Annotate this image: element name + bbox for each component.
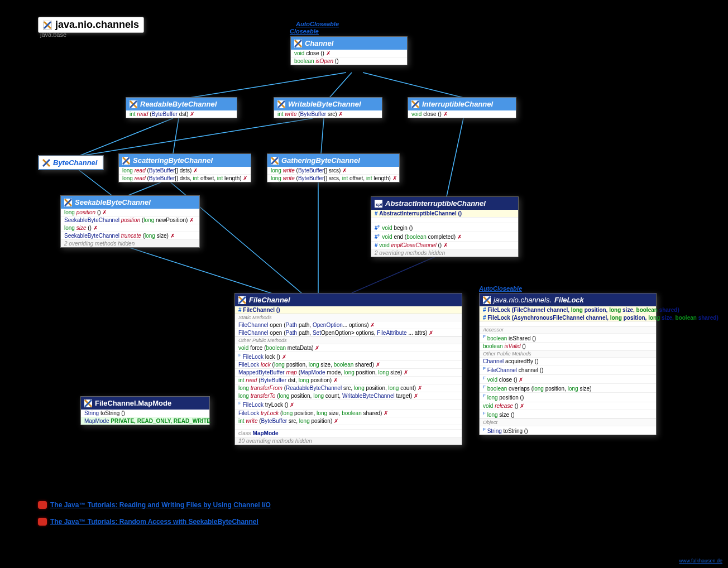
method-row: F void close () ✗ xyxy=(480,374,656,383)
hidden-methods-note: 2 overriding methods hidden xyxy=(61,239,199,247)
package-title: java.nio.channels xyxy=(38,17,144,33)
hidden-methods-note: 2 overriding methods hidden xyxy=(371,249,518,257)
svg-line-0 xyxy=(190,73,346,98)
interface-icon xyxy=(64,199,72,206)
link-autocloseable[interactable]: AutoCloseable xyxy=(296,21,339,27)
class-abstractinterruptiblechannel: spiAbstractInterruptibleChannel # Abstra… xyxy=(371,196,519,257)
class-scatteringbytechannel: ScatteringByteChannel long read (ByteBuf… xyxy=(118,153,251,182)
method-row: int write (ByteBuffer src, long position… xyxy=(235,417,462,425)
method-row: int write (ByteBuffer src) ✗ xyxy=(274,110,382,118)
oracle-icon xyxy=(38,501,47,509)
interface-icon xyxy=(277,100,285,108)
method-row: long write (ByteBuffer[] srcs, int offse… xyxy=(267,174,399,182)
svg-line-1 xyxy=(329,73,352,98)
method-row: FileLock tryLock (long position, long si… xyxy=(235,409,462,417)
method-row: String toString () xyxy=(81,410,209,417)
method-row: void release () ✗ xyxy=(480,402,656,410)
package-icon xyxy=(43,21,52,30)
inner-class: class MapMode xyxy=(235,429,462,437)
section-static: Static Methods xyxy=(235,314,462,321)
method-row: void close () ✗ xyxy=(291,50,407,57)
svg-line-4 xyxy=(173,118,179,153)
method-row: #F void end (boolean completed) ✗ xyxy=(371,232,518,240)
class-writablebytechannel: WritableByteChannel int write (ByteBuffe… xyxy=(274,97,382,118)
method-row: Channel acquiredBy () xyxy=(480,357,656,365)
method-row: SeekableByteChannel truncate (long size)… xyxy=(61,232,199,239)
method-row: F boolean overlaps (long position, long … xyxy=(480,383,656,392)
oracle-icon xyxy=(38,518,47,526)
method-row: MappedByteBuffer map (MapMode mode, long… xyxy=(235,368,462,376)
interface-icon xyxy=(411,100,419,108)
method-row: F FileChannel channel () xyxy=(480,365,656,374)
method-row: #F void begin () xyxy=(371,223,518,232)
external-link-2[interactable]: The Java™ Tutorials: Random Access with … xyxy=(38,518,258,526)
method-row: int read (ByteBuffer dst) ✗ xyxy=(126,110,237,118)
class-filechannel: FileChannel # FileChannel ()Static Metho… xyxy=(234,293,462,445)
method-row: boolean isOpen () xyxy=(291,57,407,65)
method-row: F String toString () xyxy=(480,426,656,435)
method-row: long transferTo (long position, long cou… xyxy=(235,392,462,399)
module-name: java.base xyxy=(40,31,66,38)
method-row: void close () ✗ xyxy=(408,110,516,118)
class-interruptiblechannel: InterruptibleChannel void close () ✗ xyxy=(408,97,516,118)
svg-line-2 xyxy=(363,73,463,98)
inheritance-edges xyxy=(0,0,728,568)
svg-text:spi: spi xyxy=(376,202,382,207)
class-seekablebytechannel: SeekableByteChannel long position () ✗ S… xyxy=(60,195,200,248)
svg-line-12 xyxy=(447,118,463,196)
svg-line-11 xyxy=(123,246,279,296)
class-filelock: java.nio.channels.FileLock # FileLock (F… xyxy=(479,293,657,435)
interface-icon xyxy=(130,100,137,108)
method-row: long read (ByteBuffer[] dsts) ✗ xyxy=(119,167,251,174)
method-row: void force (boolean metaData) ✗ xyxy=(235,344,462,352)
method-row: # void implCloseChannel () ✗ xyxy=(371,241,518,249)
method-row: F long position () xyxy=(480,392,656,401)
method-row: long read (ByteBuffer[] dsts, int offset… xyxy=(119,174,251,182)
section-accessor: Accessor xyxy=(480,326,656,333)
svg-line-3 xyxy=(78,118,173,156)
class-mapmode: FileChannel.MapMode String toString ()Ma… xyxy=(80,396,210,425)
constructor-row: # FileChannel () xyxy=(235,306,462,314)
class-gatheringbytechannel: GatheringByteChannel long write (ByteBuf… xyxy=(267,153,400,182)
class-channel: Channel void close () ✗ boolean isOpen (… xyxy=(290,36,408,65)
method-row: F FileLock tryLock () ✗ xyxy=(235,399,462,408)
interface-icon xyxy=(122,157,130,165)
method-row: long position () ✗ xyxy=(61,209,199,216)
constructor-row: # FileLock (FileChannel channel, long po… xyxy=(480,306,656,314)
link-closeable[interactable]: Closeable xyxy=(290,28,319,35)
class-icon: spi xyxy=(375,200,382,208)
interface-icon xyxy=(294,40,302,47)
method-row: FileLock lock (long position, long size,… xyxy=(235,360,462,368)
method-row: long write (ByteBuffer[] srcs) ✗ xyxy=(267,167,399,174)
svg-line-5 xyxy=(78,118,313,156)
method-row: F boolean isShared () xyxy=(480,333,656,342)
class-icon xyxy=(238,296,246,304)
class-header: Channel xyxy=(291,37,407,50)
constants-row: MapMode PRIVATE, READ_ONLY, READ_WRITE xyxy=(81,417,209,425)
method-row: FileChannel open (Path path, SetOpenOpti… xyxy=(235,329,462,336)
constructor-row: # FileLock (AsynchronousFileChannel chan… xyxy=(480,314,656,321)
svg-line-6 xyxy=(321,118,324,153)
method-row: F FileLock lock () ✗ xyxy=(235,352,462,360)
attribution-link[interactable]: www.falkhausen.de xyxy=(679,558,722,564)
section-object: Object xyxy=(480,418,656,426)
class-icon xyxy=(84,399,92,407)
class-readablebytechannel: ReadableByteChannel int read (ByteBuffer… xyxy=(126,97,237,118)
method-row: F long size () xyxy=(480,410,656,418)
class-bytechannel: ByteChannel xyxy=(38,155,104,170)
method-row: boolean isValid () xyxy=(480,342,656,350)
method-row: FileChannel open (Path path, OpenOption.… xyxy=(235,321,462,329)
external-link-1[interactable]: The Java™ Tutorials: Reading and Writing… xyxy=(38,501,271,509)
method-row: long transferFrom (ReadableByteChannel s… xyxy=(235,384,462,392)
method-row: long size () ✗ xyxy=(61,224,199,232)
method-row: int read (ByteBuffer dst, long position)… xyxy=(235,376,462,384)
section-other: Other Public Methods xyxy=(480,350,656,357)
link-autocloseable-2[interactable]: AutoCloseable xyxy=(479,285,522,292)
svg-line-13 xyxy=(352,257,435,293)
interface-icon xyxy=(42,159,50,167)
package-name: java.nio.channels xyxy=(55,19,139,31)
constructor-row: # AbstractInterruptibleChannel () xyxy=(371,210,518,217)
interface-icon xyxy=(271,157,279,165)
class-icon xyxy=(483,296,491,304)
hidden-methods-note: 10 overriding methods hidden xyxy=(235,437,462,445)
